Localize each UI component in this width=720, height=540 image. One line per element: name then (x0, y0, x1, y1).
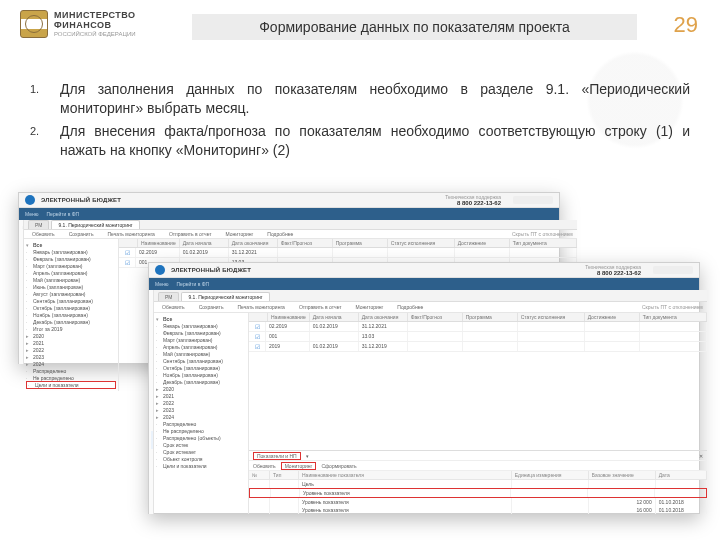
ministry-line3: РОССИЙСКОЙ ФЕДЕРАЦИИ (54, 31, 136, 38)
user-chip (513, 196, 553, 204)
btn-refresh-b[interactable]: Обновить (253, 463, 276, 469)
btn-send[interactable]: Отправить в отчет (165, 230, 216, 238)
support-block: Техническая поддержка8 800 222-13-62 (585, 264, 641, 276)
btn-monitoring-highlight[interactable]: Показатели и НП (253, 452, 301, 460)
support-block: Техническая поддержка8 800 222-13-62 (445, 194, 501, 206)
btn-monitoring-top[interactable]: Мониторинг (352, 303, 388, 311)
app-logo-icon (155, 265, 165, 275)
page-number: 29 (674, 12, 698, 38)
btn-monitoring-1[interactable]: Мониторинг (222, 230, 258, 238)
btn-report-b[interactable]: Сформировать (321, 463, 356, 469)
instruction-list: 1.Для заполнения данных по показателям н… (30, 80, 690, 164)
btn-more[interactable]: Подробнее (393, 303, 427, 311)
tab-dash[interactable]: РМ (158, 292, 179, 301)
app-ribbon: Меню Перейти в ФП (19, 208, 559, 220)
app-brand: ЭЛЕКТРОННЫЙ БЮДЖЕТ (41, 197, 121, 203)
ministry-logo: МИНИСТЕРСТВО ФИНАНСОВ РОССИЙСКОЙ ФЕДЕРАЦ… (20, 10, 136, 38)
screenshot-2: ЭЛЕКТРОННЫЙ БЮДЖЕТ Техническая поддержка… (148, 262, 700, 514)
selected-indicator-row[interactable]: Уровень показателя (249, 488, 707, 498)
user-chip (653, 266, 693, 274)
btn-refresh[interactable]: Обновить (158, 303, 189, 311)
tab-monitoring[interactable]: 9.1. Периодический мониторинг (51, 220, 139, 229)
btn-save[interactable]: Сохранить (65, 230, 98, 238)
list-num-1: 1. (30, 80, 60, 118)
tab-monitoring[interactable]: 9.1. Периодический мониторинг (181, 292, 269, 301)
list-item-1: Для заполнения данных по показателям нео… (60, 80, 690, 118)
slide-title: Формирование данных по показателям проек… (192, 14, 637, 40)
highlight-period: ·Цели и показатели (26, 381, 116, 389)
period-tree-1: ▾Все ·Январь (запланирован) ·Февраль (за… (24, 239, 119, 391)
ribbon-path[interactable]: Перейти в ФП (47, 211, 80, 217)
app-logo-icon (25, 195, 35, 205)
btn-send[interactable]: Отправить в отчет (295, 303, 346, 311)
tab-dash[interactable]: РМ (28, 220, 49, 229)
list-num-2: 2. (30, 122, 60, 160)
btn-refresh[interactable]: Обновить (28, 230, 59, 238)
period-tree-2: ▾Все ·Январь (запланирован) ·Февраль (за… (154, 313, 249, 514)
btn-more[interactable]: Подробнее (263, 230, 297, 238)
toolbar-right[interactable]: Скрыть ПТ с отклонением (512, 231, 573, 237)
emblem-icon (20, 10, 48, 38)
ministry-line2: ФИНАНСОВ (54, 21, 136, 31)
ribbon-menu[interactable]: Меню (25, 211, 39, 217)
btn-print[interactable]: Печать мониторинга (104, 230, 159, 238)
btn-monitoring-2[interactable]: Мониторинг (281, 462, 317, 470)
btn-print[interactable]: Печать мониторинга (234, 303, 289, 311)
app-brand: ЭЛЕКТРОННЫЙ БЮДЖЕТ (171, 267, 251, 273)
btn-save[interactable]: Сохранить (195, 303, 228, 311)
list-item-2: Для внесения факта/прогноза по показател… (60, 122, 690, 160)
